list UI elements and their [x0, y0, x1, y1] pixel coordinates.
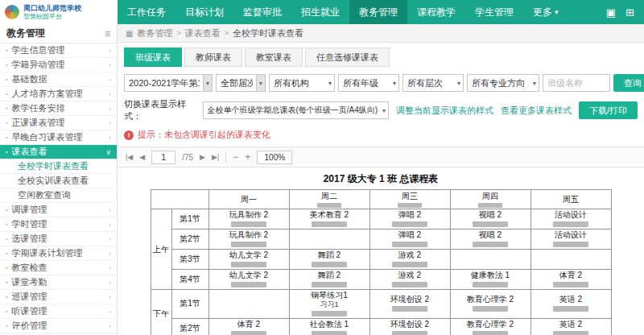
select-value: 所有层次 [407, 77, 455, 89]
search-button[interactable]: 查询 [613, 74, 644, 92]
schedule-cell [289, 230, 369, 250]
sidebar: 教务管理 ≡ ▪学生信息管理›▪学籍异动管理›▪基础数据›▪人才培养方案管理›▪… [0, 24, 118, 335]
breadcrumb-item[interactable]: 全校学时课表查看 [233, 27, 303, 39]
filter-select-major-direction[interactable]: 所有专业方向▾ [467, 74, 539, 92]
sidebar-item-status-change[interactable]: ▪学籍异动管理› [0, 58, 117, 72]
hamburger-icon[interactable]: ≡ [105, 28, 110, 39]
day-label: 周二 [291, 191, 368, 202]
next-page-button[interactable]: ▶ [200, 153, 205, 161]
menu-bullet-icon: ▪ [6, 294, 7, 300]
sidebar-subitem-school-hours-schedule[interactable]: 全校学时课表查看 [0, 159, 117, 174]
schedule-cell: 玩具制作 2 [208, 230, 289, 250]
redacted-teacher [312, 262, 347, 267]
redacted-teacher [553, 221, 588, 227]
sidebar-item-label: 听课管理 [11, 305, 47, 317]
schedule-style-select[interactable]: 全校单个班级学期总课表(每个班级一页/A4纵向) ▾ [203, 101, 389, 119]
chevron-down-icon: ▾ [256, 75, 265, 91]
sidebar-item-course-adjust[interactable]: ▪调课管理› [0, 203, 117, 217]
top-menu-item-course-teaching[interactable]: 课程教学 [407, 0, 465, 24]
top-menu-item-work-tasks[interactable]: 工作任务 [118, 0, 175, 24]
sidebar-item-training-plan[interactable]: ▪人才培养方案管理› [0, 87, 117, 101]
course-name: 社会教法 1 [291, 320, 368, 329]
more-styles-link[interactable]: 查看更多课表样式 [501, 105, 572, 117]
redacted-teacher [231, 242, 266, 247]
sidebar-item-course-select[interactable]: ▪选课管理› [0, 232, 117, 246]
day-label: 周三 [372, 191, 448, 202]
sidebar-item-label: 教室检查 [11, 262, 47, 274]
day-header: 周四 [450, 190, 530, 209]
top-menu-item-student-mgmt[interactable]: 学生管理 [465, 0, 523, 24]
filter-select-semester[interactable]: 2020-2021学年第1▾ [124, 74, 213, 92]
menu-bullet-icon: ▪ [6, 77, 7, 82]
filter-select-grade[interactable]: 所有年级▾ [338, 74, 399, 92]
sidebar-item-listen-mgmt[interactable]: ▪听课管理› [0, 304, 117, 319]
tab-teacher-schedule[interactable]: 教师课表 [184, 48, 242, 67]
redacted-teacher [312, 221, 347, 227]
sidebar-item-base-data[interactable]: ▪基础数据› [0, 72, 117, 87]
sidebar-item-label: 评价管理 [11, 320, 47, 332]
prev-page-button[interactable]: ◀ [139, 153, 145, 161]
sidebar-item-self-study-schedule[interactable]: ▪早晚自习课表管理› [0, 130, 117, 145]
day-label: 周一 [211, 194, 287, 205]
top-menu-item-academic-affairs[interactable]: 教务管理 [349, 0, 407, 24]
sidebar-subitem-free-classroom[interactable]: 空闲教室查询 [0, 188, 117, 203]
filter-select-batch[interactable]: 全部届次▾ [216, 74, 266, 92]
topbar: 周口幼儿师范学校 智慧校园平台 工作任务目标计划监督审批招生就业教务管理课程教学… [0, 0, 644, 24]
sidebar-item-schedule-view[interactable]: ▪课表查看∨ [0, 145, 117, 159]
alert-text: 提示：未包含调课引起的课表变化 [138, 129, 270, 141]
adjust-style-link[interactable]: 调整当前显示课表的样式 [396, 105, 493, 117]
chevron-right-icon: › [109, 119, 111, 127]
top-menu-item-enrollment-employment[interactable]: 招生就业 [291, 0, 349, 24]
top-menu-item-more[interactable]: 更多▾ [523, 0, 568, 24]
content-panel: 班级课表教师课表教室课表任意选修课课表 2020-2021学年第1▾全部届次▾所… [118, 42, 644, 335]
brand-subtitle: 智慧校园平台 [23, 13, 81, 21]
sidebar-item-class-attendance[interactable]: ▪课堂考勤› [0, 275, 117, 290]
period-label: 第2节 [171, 318, 208, 335]
redacted-teacher [231, 282, 266, 287]
sidebar-item-patrol-mgmt[interactable]: ▪巡课管理› [0, 290, 117, 304]
top-menu-item-supervision-approval[interactable]: 监督审批 [233, 0, 291, 24]
class-name-input[interactable] [543, 74, 610, 92]
filter-select-organization[interactable]: 所有机构▾ [269, 74, 335, 92]
sidebar-item-classroom-check[interactable]: ▪教室检查› [0, 261, 117, 275]
sidebar-item-label: 课表查看 [11, 146, 47, 158]
breadcrumb-item[interactable]: 教务管理 [137, 27, 172, 39]
menu-bullet-icon: ▪ [6, 207, 7, 213]
tab-class-schedule[interactable]: 班级课表 [124, 48, 182, 67]
redacted-teacher [392, 306, 427, 312]
last-page-button[interactable]: ▶| [212, 153, 219, 161]
filter-select-level[interactable]: 所有层次▾ [402, 74, 464, 92]
top-menu-item-goal-plan[interactable]: 目标计划 [175, 0, 233, 24]
first-page-button[interactable]: |◀ [126, 153, 133, 161]
sidebar-item-student-info[interactable]: ▪学生信息管理› [0, 43, 117, 58]
apps-grid-icon[interactable]: ⊞ [625, 6, 634, 19]
screen-icon[interactable]: ▣ [606, 6, 616, 19]
sidebar-item-semester-plan[interactable]: ▪学期课表计划管理› [0, 246, 117, 261]
course-name: 弹唱 2 [372, 230, 448, 240]
course-name: 弹唱 2 [372, 210, 448, 220]
tab-elective-schedule[interactable]: 任意选修课课表 [305, 48, 390, 67]
chevron-right-icon: › [109, 279, 111, 287]
download-print-button[interactable]: 下载/打印 [579, 101, 638, 119]
sidebar-subitem-school-training-schedule[interactable]: 全校实训课表查看 [0, 174, 117, 188]
select-value: 所有专业方向 [472, 77, 530, 89]
tab-classroom-schedule[interactable]: 教室课表 [245, 48, 303, 67]
sidebar-item-evaluation-mgmt[interactable]: ▪评价管理› [0, 319, 117, 333]
chevron-down-icon: ▾ [390, 80, 398, 87]
course-name: 美术教育 2 [291, 210, 368, 220]
schedule-cell: 教育心理学 2 [450, 318, 530, 335]
breadcrumb-item[interactable]: 课表查看 [185, 27, 221, 39]
zoom-in-button[interactable]: + [245, 151, 250, 163]
schedule-cell: 活动设计 [530, 230, 611, 250]
sidebar-item-label: 基础数据 [11, 73, 47, 85]
schedule-cell: 环境创设 2 [369, 290, 450, 319]
sidebar-item-teaching-tasks[interactable]: ▪教学任务安排› [0, 101, 117, 116]
zoom-out-button[interactable]: − [233, 151, 238, 163]
zoom-input[interactable] [257, 151, 292, 164]
select-value: 2020-2021学年第1 [129, 77, 200, 89]
day-label: 周五 [533, 194, 609, 205]
page-input[interactable] [151, 151, 175, 164]
sidebar-item-hours-mgmt[interactable]: ▪学时管理› [0, 217, 117, 232]
sidebar-item-regular-schedule[interactable]: ▪正课课表管理› [0, 116, 117, 130]
schedule-table: 周一周二周三周四周五上午第1节玩具制作 2美术教育 2弹唱 2视唱 2活动设计第… [151, 189, 612, 335]
